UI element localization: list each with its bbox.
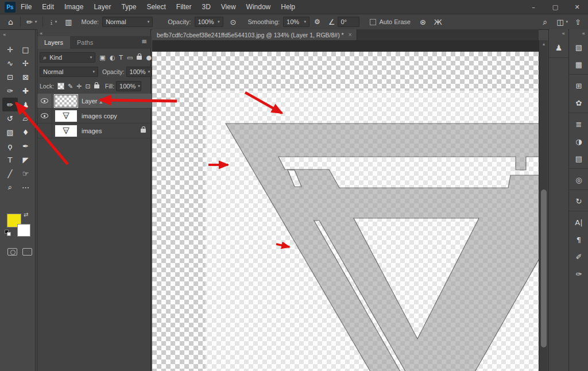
maximize-button[interactable]: ▢ xyxy=(544,0,566,14)
patterns-panel-icon[interactable]: ▦ xyxy=(569,56,588,73)
menu-item-window[interactable]: Window xyxy=(241,0,276,14)
document-tab[interactable]: befb7cdfc7cbeef38e241ffd5e544103.jpg @ 1… xyxy=(152,29,357,40)
angle-input[interactable]: 0° xyxy=(338,17,359,27)
tool-lasso[interactable]: ∿ xyxy=(2,56,18,70)
minimize-button[interactable]: – xyxy=(523,0,544,14)
lock-artboard-icon[interactable]: ⊡ xyxy=(86,83,91,90)
chevron-down-icon[interactable]: ▾ xyxy=(55,20,57,24)
vertical-scrollbar[interactable]: ▴ xyxy=(539,40,548,371)
tool-line[interactable]: ╱ xyxy=(2,167,18,180)
kind-filter-select[interactable]: ⌕ Kind ▾ xyxy=(40,52,95,63)
layer-name[interactable]: Layer 1 xyxy=(82,98,152,105)
fill-select[interactable]: 100% ▾ xyxy=(116,81,141,91)
tool-rectangular-marquee[interactable]: □ xyxy=(18,42,33,56)
layer-row-images[interactable]: ▽▽images xyxy=(37,123,152,138)
tool-dodge[interactable]: ϙ xyxy=(2,139,18,153)
history-panel-icon[interactable]: ↻ xyxy=(569,192,588,210)
menu-item-help[interactable]: Help xyxy=(276,0,300,14)
share-icon[interactable]: ⇧ xyxy=(575,18,581,26)
tool-pencil[interactable]: ✏ xyxy=(2,98,18,111)
menu-item-view[interactable]: View xyxy=(216,0,241,14)
tool-history-brush[interactable]: ↺ xyxy=(2,111,18,125)
mode-select[interactable]: Normal ▾ xyxy=(102,17,153,27)
lock-position-icon[interactable]: ✛ xyxy=(76,83,82,90)
layer-name[interactable]: images copy xyxy=(82,113,152,119)
filter-adjustment-layers-icon[interactable]: ◐ xyxy=(110,54,115,61)
layer-thumbnail[interactable] xyxy=(55,95,77,107)
filter-toggle-icon[interactable]: ● xyxy=(146,54,152,61)
scroll-up-icon[interactable]: ▴ xyxy=(539,41,548,47)
collapse-tools-icon[interactable]: « xyxy=(3,32,6,37)
tool-move[interactable]: ✛ xyxy=(2,42,18,56)
expand-dock-icon[interactable]: « xyxy=(562,30,565,36)
screen-mode-button[interactable] xyxy=(22,248,32,256)
search-icon[interactable]: ⌕ xyxy=(543,18,547,26)
brushes-panel-icon[interactable]: ✑ xyxy=(569,265,588,283)
tool-spot-healing-brush[interactable]: ✚ xyxy=(18,84,33,98)
tool-gradient[interactable]: ▧ xyxy=(2,125,18,139)
color-panel-icon[interactable]: ✿ xyxy=(569,94,588,111)
gear-icon[interactable]: ⚙ xyxy=(314,18,320,25)
brush-settings-panel-icon[interactable]: ✐ xyxy=(569,248,588,265)
chevron-down-icon[interactable]: ▾ xyxy=(566,20,568,24)
filter-type-layers-icon[interactable]: T xyxy=(119,54,123,61)
menu-item-edit[interactable]: Edit xyxy=(37,0,59,14)
tab-layers[interactable]: Layers xyxy=(37,36,70,49)
menu-item-image[interactable]: Image xyxy=(59,0,88,14)
swatches-panel-icon[interactable]: ⊞ xyxy=(569,77,588,94)
character-panel-icon[interactable]: A| xyxy=(569,214,588,231)
lock-image-pixels-icon[interactable]: ✎ xyxy=(68,83,73,90)
default-colors-icon[interactable] xyxy=(5,230,11,237)
airbrush-icon[interactable]: ⊛ xyxy=(420,18,426,26)
workspace-switcher-icon[interactable]: ◫ xyxy=(556,18,563,26)
tool-clone-stamp[interactable]: ♟ xyxy=(18,98,33,111)
tab-paths[interactable]: Paths xyxy=(70,36,100,49)
menu-item-file[interactable]: File xyxy=(16,0,37,14)
tool-blur[interactable]: ♦ xyxy=(18,125,33,139)
color-wheel-panel-icon[interactable]: ◎ xyxy=(569,171,588,188)
adjustments-panel-icon[interactable]: ◑ xyxy=(569,133,588,150)
close-document-icon[interactable]: × xyxy=(349,32,352,38)
libraries-panel-icon[interactable]: ▤ xyxy=(569,150,588,167)
collapse-panel-icon[interactable]: « xyxy=(40,30,43,36)
menu-item-layer[interactable]: Layer xyxy=(88,0,116,14)
tool-quick-selection[interactable]: ✢ xyxy=(18,56,33,70)
layer-visibility-eye-icon[interactable] xyxy=(37,94,52,109)
lock-all-icon[interactable] xyxy=(94,84,99,88)
layer-visibility-empty[interactable] xyxy=(37,123,52,138)
layer-row-layer-1[interactable]: Layer 1 xyxy=(37,94,152,109)
blend-mode-select[interactable]: Normal ▾ xyxy=(40,67,98,77)
properties-panel-icon[interactable]: ≣ xyxy=(569,115,588,133)
canvas[interactable] xyxy=(152,52,539,371)
menu-item-type[interactable]: Type xyxy=(116,0,141,14)
tool-pen[interactable]: ✒ xyxy=(18,139,33,153)
filter-smart-objects-icon[interactable] xyxy=(137,56,142,60)
symmetry-butterfly-icon[interactable]: Ж xyxy=(434,18,442,26)
filter-pixel-layers-icon[interactable]: ▣ xyxy=(99,54,105,61)
brush-settings-panel-toggle-icon[interactable]: ▥ xyxy=(65,18,72,26)
tool-path-selection[interactable]: ◤ xyxy=(18,153,33,167)
lock-transparent-pixels-icon[interactable] xyxy=(57,83,64,90)
tool-hand[interactable]: ☞ xyxy=(18,167,33,180)
tool-eyedropper[interactable]: ✑ xyxy=(2,84,18,98)
tool-type[interactable]: T xyxy=(2,153,18,167)
tool-crop[interactable]: ⊡ xyxy=(2,70,18,84)
panel-menu-icon[interactable]: ≡ xyxy=(141,37,147,45)
layer-visibility-eye-icon[interactable] xyxy=(37,109,52,123)
tool-eraser[interactable]: ▱ xyxy=(18,111,33,125)
menu-item-3d[interactable]: 3D xyxy=(196,0,215,14)
layer-row-images-copy[interactable]: ▽▽images copy xyxy=(37,109,152,123)
pencil-tool-preset-icon[interactable]: ✏ xyxy=(26,18,33,26)
auto-erase-checkbox[interactable] xyxy=(370,19,376,25)
filter-shape-layers-icon[interactable]: ▭ xyxy=(127,54,133,61)
background-color-swatch[interactable] xyxy=(17,224,30,237)
scrollbar-thumb[interactable] xyxy=(541,190,547,347)
opacity-select[interactable]: 100% ▾ xyxy=(195,17,223,27)
smoothing-select[interactable]: 10% ▾ xyxy=(283,17,310,27)
layer-name[interactable]: images xyxy=(82,127,141,134)
paragraph-panel-icon[interactable]: ¶ xyxy=(569,231,588,248)
layer-thumbnail[interactable]: ▽▽ xyxy=(55,125,77,137)
swap-colors-icon[interactable]: ⇄ xyxy=(24,211,28,218)
quick-mask-button[interactable] xyxy=(7,248,17,256)
tool-frame[interactable]: ⊠ xyxy=(18,70,33,84)
